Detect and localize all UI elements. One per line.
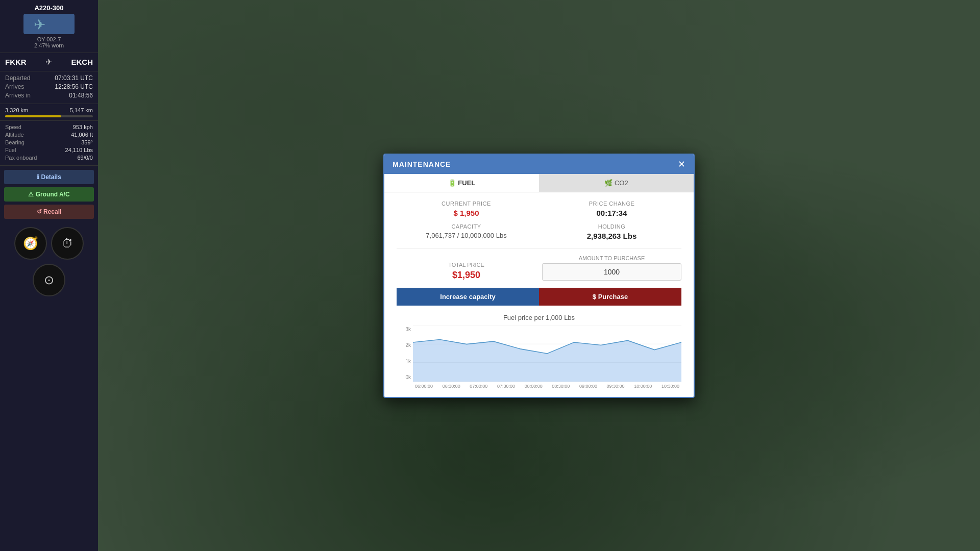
progress-track [5,115,93,117]
info-grid: CURRENT PRICE $ 1,950 PRICE CHANGE 00:17… [397,201,681,240]
price-change-label: PRICE CHANGE [542,201,681,207]
altitude-value: 41,006 ft [71,132,93,138]
maintenance-modal: MAINTENANCE ✕ 🔋 FUEL 🌿 CO2 CURRENT PRICE… [383,154,695,398]
arrives-in-label: Arrives in [5,92,31,99]
amount-input[interactable] [542,263,681,281]
aircraft-id: OY-002-7 [4,36,94,42]
modal-tabs: 🔋 FUEL 🌿 CO2 [384,174,694,192]
holding-label: HOLDING [542,223,681,230]
instrument-clock: ⏱ [51,227,84,260]
increase-capacity-button[interactable]: Increase capacity [397,288,539,306]
speed-value: 953 kph [73,124,93,130]
x-label-0730: 07:30:00 [497,384,515,389]
tab-fuel[interactable]: 🔋 FUEL [384,174,539,192]
co2-icon: 🌿 [604,179,615,187]
aircraft-header: A220-300 OY-002-7 2.47% worn [0,0,98,53]
altitude-label: Altitude [5,132,24,138]
route-from: FKKR [5,58,27,66]
x-label-0800: 08:00:00 [525,384,543,389]
x-label-0600: 06:00:00 [415,384,433,389]
speed-label: Speed [5,124,21,130]
bearing-value: 359° [81,139,93,145]
y-label-1k: 1k [397,359,411,364]
details-button[interactable]: ℹ Details [4,170,94,184]
arrives-label: Arrives [5,83,24,90]
dist-current: 3,320 km [5,107,28,113]
x-label-0900: 09:00:00 [579,384,597,389]
total-price-label: TOTAL PRICE [397,262,536,268]
total-row: TOTAL PRICE $1,950 AMOUNT TO PURCHASE [397,255,681,281]
bearing-label: Bearing [5,139,24,145]
pax-value: 69/0/0 [77,155,93,161]
departed-label: Departed [5,74,30,82]
x-label-1030: 10:30:00 [662,384,679,389]
capacity-label: CAPACITY [397,223,536,230]
instrument-compass: 🧭 [14,227,47,260]
x-label-0630: 06:30:00 [443,384,460,389]
y-label-3k: 3k [397,327,411,332]
arrives-value: 12:28:56 UTC [55,83,93,90]
action-buttons: Increase capacity $ Purchase [397,288,681,306]
x-label-0700: 07:00:00 [470,384,487,389]
y-axis-labels: 3k 2k 1k 0k [397,325,413,382]
modal-title: MAINTENANCE [393,160,451,168]
purchase-button[interactable]: $ Purchase [539,288,681,306]
svg-marker-4 [413,339,681,382]
arrives-in-row: Arrives in 01:48:56 [5,92,93,99]
route-bar: FKKR ✈ EKCH [0,53,98,71]
modal-header: MAINTENANCE ✕ [384,155,694,174]
modal-close-button[interactable]: ✕ [678,160,685,169]
price-change-cell: PRICE CHANGE 00:17:34 [542,201,681,217]
current-price-value: $ 1,950 [397,209,536,217]
pax-label: Pax onboard [5,155,37,161]
fuel-value: 24,110 Lbs [65,147,93,153]
amount-label: AMOUNT TO PURCHASE [542,255,681,261]
route-to: EKCH [71,58,93,66]
current-price-cell: CURRENT PRICE $ 1,950 [397,201,536,217]
plane-icon: ✈ [45,57,52,67]
instrument-altimeter: ⊙ [33,264,65,296]
total-price-cell: TOTAL PRICE $1,950 [397,262,536,281]
chart-area: 3k 2k 1k 0k [397,325,681,382]
aircraft-image [23,14,75,34]
instruments-panel: 🧭 ⏱ ⊙ [0,223,98,300]
dist-total: 5,147 km [70,107,93,113]
holding-cell: HOLDING 2,938,263 Lbs [542,223,681,240]
ground-ac-button[interactable]: ⚠ Ground A/C [4,187,94,202]
warning-icon: ⚠ [28,191,35,198]
total-price-value: $1,950 [397,270,536,281]
aircraft-name: A220-300 [4,4,94,12]
arrives-row: Arrives 12:28:56 UTC [5,83,93,90]
x-axis-labels: 06:00:00 06:30:00 07:00:00 07:30:00 08:0… [397,384,681,389]
distance-bar: 3,320 km 5,147 km [0,104,98,121]
divider-1 [397,248,681,249]
y-label-0k: 0k [397,374,411,380]
flight-info: Departed 07:03:31 UTC Arrives 12:28:56 U… [0,71,98,104]
stats-section: Speed 953 kph Altitude 41,006 ft Bearing… [0,121,98,166]
recall-button[interactable]: ↺ Recall [4,205,94,219]
amount-cell: AMOUNT TO PURCHASE [542,255,681,281]
progress-fill [5,115,61,117]
x-label-0830: 08:30:00 [552,384,570,389]
current-price-label: CURRENT PRICE [397,201,536,207]
x-label-1000: 10:00:00 [634,384,652,389]
chart-title: Fuel price per 1,000 Lbs [397,314,681,321]
chart-section: Fuel price per 1,000 Lbs 3k 2k 1k 0k [397,314,681,389]
fuel-icon: 🔋 [448,179,458,187]
x-label-0930: 09:30:00 [607,384,625,389]
fuel-label: Fuel [5,147,16,153]
modal-body: CURRENT PRICE $ 1,950 PRICE CHANGE 00:17… [384,192,694,397]
capacity-value: 7,061,737 / 10,000,000 Lbs [397,232,536,239]
sidebar: A220-300 OY-002-7 2.47% worn FKKR ✈ EKCH… [0,0,98,551]
holding-value: 2,938,263 Lbs [542,232,681,240]
y-label-2k: 2k [397,342,411,348]
sidebar-buttons: ℹ Details ⚠ Ground A/C ↺ Recall [0,166,98,223]
arrives-in-value: 01:48:56 [69,92,93,99]
tab-co2[interactable]: 🌿 CO2 [539,174,694,192]
recall-icon: ↺ [37,208,43,215]
modal-overlay: MAINTENANCE ✕ 🔋 FUEL 🌿 CO2 CURRENT PRICE… [98,0,980,551]
departed-row: Departed 07:03:31 UTC [5,74,93,82]
capacity-cell: CAPACITY 7,061,737 / 10,000,000 Lbs [397,223,536,240]
departed-value: 07:03:31 UTC [55,74,93,82]
price-change-value: 00:17:34 [542,209,681,217]
